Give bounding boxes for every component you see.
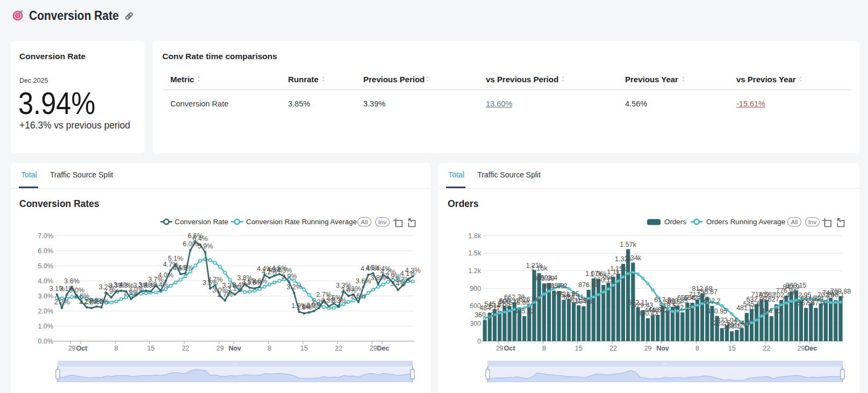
svg-text:29: 29 <box>644 345 651 352</box>
svg-text:2.6%: 2.6% <box>351 292 367 300</box>
svg-text:8: 8 <box>268 345 271 352</box>
svg-text:1.15k: 1.15k <box>610 265 627 273</box>
svg-text:1.57k: 1.57k <box>620 241 636 248</box>
svg-text:Orders Running Average: Orders Running Average <box>706 218 785 226</box>
svg-text:993.4: 993.4 <box>541 274 557 282</box>
svg-text:755.87: 755.87 <box>697 288 718 296</box>
svg-text:1.5k: 1.5k <box>468 249 481 257</box>
svg-text:1.0%: 1.0% <box>38 323 54 330</box>
svg-text:22: 22 <box>182 345 189 352</box>
svg-text:8: 8 <box>114 345 118 352</box>
svg-text:4.0%: 4.0% <box>38 277 54 285</box>
svg-text:8: 8 <box>695 345 699 352</box>
svg-text:Inv: Inv <box>378 219 387 225</box>
svg-text:0: 0 <box>477 338 481 345</box>
svg-text:300: 300 <box>470 320 481 327</box>
svg-text:3.7%: 3.7% <box>207 276 223 283</box>
svg-text:626.96: 626.96 <box>519 296 540 303</box>
svg-text:360.17: 360.17 <box>475 311 495 319</box>
svg-text:1.16k: 1.16k <box>531 265 548 272</box>
svg-text:224.4: 224.4 <box>733 319 750 327</box>
svg-text:424.93: 424.93 <box>761 308 781 315</box>
svg-text:29: 29 <box>496 345 504 352</box>
svg-text:0.0%: 0.0% <box>38 338 54 345</box>
svg-text:Oct: Oct <box>76 345 88 352</box>
svg-text:All: All <box>361 219 368 225</box>
svg-text:602.2: 602.2 <box>704 297 720 305</box>
svg-text:769.88: 769.88 <box>830 288 851 295</box>
svg-text:15: 15 <box>300 345 308 352</box>
svg-text:Conversion Rate Running Averag: Conversion Rate Running Average <box>246 218 357 226</box>
svg-text:868.15: 868.15 <box>786 282 806 289</box>
svg-text:857.2: 857.2 <box>550 282 567 290</box>
svg-text:Oct: Oct <box>504 345 516 352</box>
svg-text:5.1%: 5.1% <box>168 255 183 262</box>
svg-text:4.5%: 4.5% <box>178 264 193 271</box>
svg-text:8: 8 <box>542 345 546 352</box>
svg-text:900: 900 <box>470 285 481 292</box>
svg-text:Dec: Dec <box>805 345 817 352</box>
svg-text:Nov: Nov <box>228 345 241 352</box>
svg-text:3.2%: 3.2% <box>286 283 302 291</box>
svg-text:22: 22 <box>763 345 770 352</box>
svg-text:492.11: 492.11 <box>672 304 692 311</box>
svg-text:3.1%: 3.1% <box>346 285 361 292</box>
svg-text:2.2%: 2.2% <box>94 298 110 305</box>
svg-text:5.0%: 5.0% <box>38 262 54 270</box>
svg-text:22: 22 <box>335 345 342 352</box>
svg-text:425.92: 425.92 <box>514 308 534 315</box>
svg-text:3.6%: 3.6% <box>64 277 80 285</box>
svg-text:2.2%: 2.2% <box>54 298 70 306</box>
svg-text:1.2k: 1.2k <box>468 267 481 275</box>
svg-text:15: 15 <box>575 345 583 352</box>
svg-text:3.9%: 3.9% <box>282 273 297 280</box>
svg-text:Dec: Dec <box>377 345 389 352</box>
svg-text:2.0%: 2.0% <box>38 308 54 315</box>
svg-text:4.0%: 4.0% <box>158 271 174 279</box>
svg-text:3.6%: 3.6% <box>356 277 371 285</box>
svg-text:29: 29 <box>369 345 377 352</box>
svg-text:5.9%: 5.9% <box>198 242 213 250</box>
svg-text:3.6%: 3.6% <box>252 277 268 285</box>
svg-text:29: 29 <box>68 345 76 352</box>
svg-text:1.8k: 1.8k <box>468 232 481 240</box>
svg-text:6.4%: 6.4% <box>192 235 208 242</box>
svg-text:Nov: Nov <box>656 345 669 352</box>
svg-text:Conversion Rate: Conversion Rate <box>175 218 228 226</box>
svg-text:15: 15 <box>728 345 736 352</box>
svg-text:22: 22 <box>609 345 617 352</box>
svg-text:430.95: 430.95 <box>707 308 727 315</box>
svg-text:4.3%: 4.3% <box>405 267 421 274</box>
svg-text:1.34k: 1.34k <box>625 254 642 262</box>
svg-text:29: 29 <box>216 345 224 352</box>
svg-text:3.4%: 3.4% <box>153 281 169 289</box>
svg-text:6.0%: 6.0% <box>38 247 54 255</box>
svg-text:2.3%: 2.3% <box>331 297 347 304</box>
svg-text:Orders: Orders <box>664 218 686 226</box>
svg-text:594.8: 594.8 <box>575 298 592 305</box>
svg-text:7.0%: 7.0% <box>38 232 54 240</box>
svg-text:All: All <box>791 219 798 225</box>
svg-text:3.0%: 3.0% <box>38 292 54 300</box>
svg-text:29: 29 <box>797 345 805 352</box>
svg-text:Inv: Inv <box>808 219 817 225</box>
svg-text:15: 15 <box>147 345 155 352</box>
